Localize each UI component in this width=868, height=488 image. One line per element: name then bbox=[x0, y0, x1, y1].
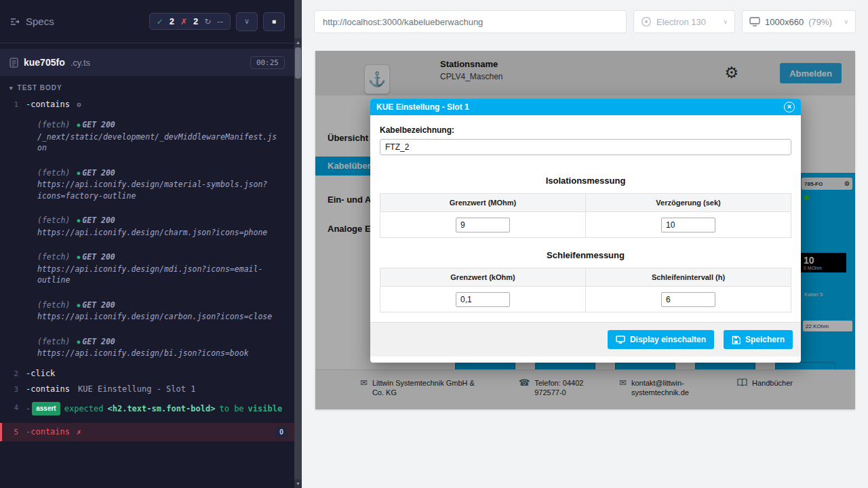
viewport-zoom: (79%) bbox=[808, 17, 832, 27]
assert-badge: assert bbox=[32, 402, 60, 415]
command-number: 1 bbox=[0, 99, 26, 110]
loop-col-interval: Schleifenintervall (h) bbox=[586, 268, 791, 287]
modal-body: Kabelbezeichnung: Isolationsmessung Gren… bbox=[370, 115, 801, 312]
specs-list-icon bbox=[9, 16, 20, 27]
loop-interval-input[interactable] bbox=[661, 292, 715, 307]
loop-table: Grenzwert (kOhm) Schleifenintervall (h) bbox=[380, 268, 791, 312]
iso-limit-input[interactable] bbox=[456, 218, 510, 232]
stop-icon: ■ bbox=[272, 18, 276, 25]
assert-message: -assertexpected<h2.text-sm.font-bold>to … bbox=[26, 402, 288, 415]
iso-limit-cell bbox=[380, 212, 586, 238]
app-under-test: ⚓ Stationsname CPLV4_Maschen ⚙ Abmelden … bbox=[315, 51, 855, 409]
iso-delay-input[interactable] bbox=[661, 218, 715, 232]
status-dot-icon: ● bbox=[77, 170, 80, 176]
browser-select[interactable]: Electron 130 ∨ bbox=[633, 10, 735, 33]
network-log-entry[interactable]: (fetch)●GET 200 https://api.iconify.desi… bbox=[0, 215, 294, 238]
scroll-down-arrow[interactable]: ▼ bbox=[294, 479, 302, 488]
command-name: -contains bbox=[26, 384, 70, 395]
isolation-section-title: Isolationsmessung bbox=[380, 176, 791, 186]
command-number: 4 bbox=[0, 402, 26, 413]
reporter-scrollbar[interactable]: ▲ ▼ bbox=[294, 0, 302, 488]
network-log-entry[interactable]: (fetch)●GET 200 https://api.iconify.desi… bbox=[0, 300, 294, 323]
command-row-contains-failed[interactable]: 5 -contains ✗ 0 bbox=[0, 423, 294, 441]
fetch-tag: (fetch) bbox=[37, 216, 70, 225]
fetch-url: https://api.iconify.design/material-symb… bbox=[37, 179, 279, 201]
network-log-entry[interactable]: (fetch)●GET 200 https://api.iconify.desi… bbox=[0, 251, 294, 286]
loop-col-limit: Grenzwert (kOhm) bbox=[380, 268, 586, 287]
fetch-tag: (fetch) bbox=[37, 252, 70, 262]
spec-extension: .cy.ts bbox=[71, 58, 90, 68]
status-dot-icon: ● bbox=[77, 339, 80, 345]
isolation-table: Grenzwert (MOhm) Verzögerung (sek) bbox=[380, 193, 791, 238]
fetch-url: /_next/static/development/_devMiddleware… bbox=[37, 131, 279, 154]
network-log-entry[interactable]: (fetch)●GET 200 https://api.iconify.desi… bbox=[0, 167, 294, 202]
test-body-toggle[interactable]: ▾ TEST BODY bbox=[0, 76, 294, 97]
network-log-entry[interactable]: (fetch)●GET 200 https://api.iconify.desi… bbox=[0, 336, 294, 359]
stop-button[interactable]: ■ bbox=[263, 12, 285, 31]
iso-col-delay: Verzögerung (sek) bbox=[586, 194, 791, 212]
specs-label[interactable]: Specs bbox=[26, 16, 54, 27]
gear-icon: ⚙ bbox=[77, 99, 81, 110]
modal-title: KUE Einstellung - Slot 1 bbox=[376, 102, 469, 112]
display-on-button[interactable]: Display einschalten bbox=[608, 330, 714, 349]
display-icon bbox=[616, 336, 625, 344]
scrollbar-thumb[interactable] bbox=[295, 47, 301, 79]
passed-count: 2 bbox=[170, 16, 174, 26]
status-dot-icon: ● bbox=[77, 122, 80, 128]
fetch-tag: (fetch) bbox=[37, 168, 70, 178]
viewport-select[interactable]: 1000x660 (79%) ∨ bbox=[742, 10, 856, 33]
command-row-contains-2[interactable]: 3 -contains KUE Einstellung - Slot 1 bbox=[0, 382, 294, 397]
command-name: -contains bbox=[26, 426, 70, 438]
command-number: 5 bbox=[2, 426, 26, 438]
fetch-url: https://api.iconify.design/bi.json?icons… bbox=[37, 348, 279, 359]
browser-name: Electron 130 bbox=[656, 17, 706, 27]
failed-count: 2 bbox=[193, 16, 198, 26]
cable-name-input[interactable] bbox=[380, 139, 791, 155]
cypress-reporter: Specs ✓ 2 ✗ 2 ↻ -- ∨ ■ kue705fo .cy.ts 0… bbox=[0, 0, 294, 488]
loop-limit-input[interactable] bbox=[456, 292, 510, 307]
url-input[interactable] bbox=[314, 10, 627, 33]
chevron-down-icon: ∨ bbox=[844, 18, 848, 25]
spec-file-row[interactable]: kue705fo .cy.ts 00:25 bbox=[0, 49, 294, 76]
loop-limit-cell bbox=[380, 287, 586, 312]
test-body-label: TEST BODY bbox=[18, 84, 62, 92]
command-row-contains-1[interactable]: 1 -contains ⚙ bbox=[0, 97, 294, 113]
fetch-status: GET 200 bbox=[82, 337, 115, 346]
fetch-status: GET 200 bbox=[82, 300, 115, 310]
close-icon[interactable]: × bbox=[784, 102, 795, 113]
fetch-status: GET 200 bbox=[82, 252, 115, 262]
command-row-assert[interactable]: 4 -assertexpected<h2.text-sm.font-bold>t… bbox=[0, 400, 294, 418]
viewport-size: 1000x660 bbox=[765, 17, 804, 27]
chevron-down-icon: ∨ bbox=[723, 18, 728, 25]
network-log-entry[interactable]: (fetch)●GET 200 /_next/static/developmen… bbox=[0, 119, 294, 154]
scroll-up-arrow[interactable]: ▲ bbox=[294, 38, 302, 47]
command-argument: KUE Einstellung - Slot 1 bbox=[78, 384, 195, 395]
iso-delay-cell bbox=[586, 212, 791, 238]
viewport-icon bbox=[749, 17, 760, 26]
save-button[interactable]: Speichern bbox=[724, 330, 793, 349]
fetch-tag: (fetch) bbox=[37, 120, 70, 129]
command-row-click[interactable]: 2 -click bbox=[0, 366, 294, 382]
fetch-url: https://api.iconify.design/carbon.json?i… bbox=[37, 311, 279, 323]
collapse-button[interactable]: ∨ bbox=[236, 12, 258, 31]
passed-icon: ✓ bbox=[157, 17, 163, 26]
loop-interval-cell bbox=[586, 287, 791, 312]
modal-footer: Display einschalten Speichern bbox=[370, 322, 801, 357]
kue-settings-modal: KUE Einstellung - Slot 1 × Kabelbezeichn… bbox=[370, 99, 801, 363]
command-name: -click bbox=[26, 368, 55, 380]
command-name: -contains bbox=[26, 99, 70, 110]
fetch-status: GET 200 bbox=[82, 168, 115, 178]
assert-visible: visible bbox=[248, 404, 283, 413]
status-dot-icon: ● bbox=[77, 302, 80, 308]
failed-icon: ✗ bbox=[180, 17, 187, 26]
command-number: 2 bbox=[0, 368, 26, 380]
assert-dash: - bbox=[26, 404, 31, 413]
caret-down-icon: ▾ bbox=[9, 85, 14, 92]
assert-selector: <h2.text-sm.font-bold> bbox=[108, 404, 216, 413]
display-on-label: Display einschalten bbox=[630, 335, 706, 344]
fail-cross-icon: ✗ bbox=[77, 426, 81, 438]
fetch-tag: (fetch) bbox=[37, 337, 70, 346]
assert-expected: expected bbox=[64, 404, 104, 413]
fetch-status: GET 200 bbox=[82, 216, 115, 225]
test-stats: ✓ 2 ✗ 2 ↻ -- bbox=[149, 13, 231, 30]
